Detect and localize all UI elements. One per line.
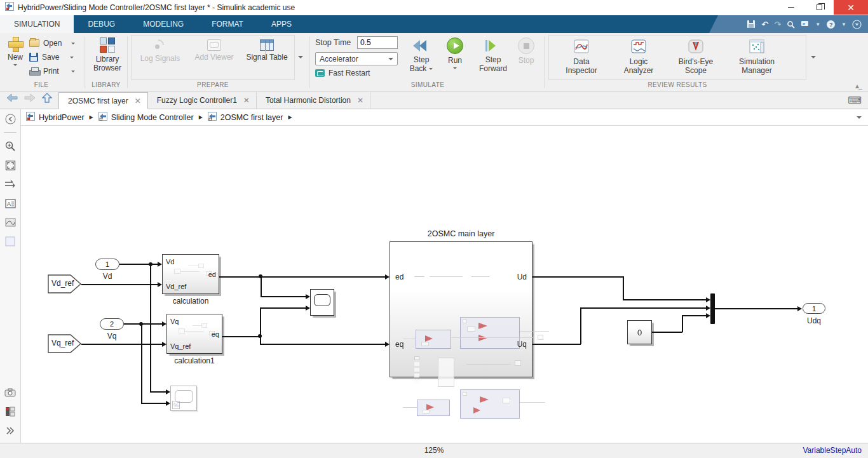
- new-button[interactable]: New: [4, 37, 27, 66]
- calculation1-block[interactable]: Vq Vq_ref eq: [166, 314, 222, 354]
- logic-analyzer-button[interactable]: Logic Analyzer: [613, 39, 664, 75]
- fast-restart-toggle[interactable]: Fast Restart: [315, 69, 370, 77]
- wire[interactable]: [219, 276, 385, 278]
- favorites-icon[interactable]: »: [801, 20, 810, 29]
- mux-block[interactable]: [710, 293, 715, 324]
- doc-tab-fuzzy-logic-controller1[interactable]: Fuzzy Logic Controller1 ✕: [148, 92, 257, 109]
- signal-routing-icon[interactable]: [4, 178, 16, 190]
- breadcrumb-item-2osmc-first-layer[interactable]: 2OSMC first layer: [208, 112, 283, 123]
- inport-block-1[interactable]: 1: [95, 259, 119, 270]
- wire[interactable]: [150, 391, 166, 393]
- expand-panel-icon[interactable]: [4, 425, 16, 436]
- wire[interactable]: [652, 332, 682, 333]
- doc-tab-total-harmonic-distortion[interactable]: Total Harmonic Distortion ✕: [257, 92, 370, 109]
- help-icon[interactable]: ?: [826, 20, 836, 29]
- redo-icon[interactable]: ↷: [774, 20, 781, 29]
- close-button[interactable]: ✕: [834, 0, 868, 15]
- breadcrumb-item-sliding-mode-controller[interactable]: Sliding Mode Controller: [98, 112, 194, 123]
- simulation-mode-select[interactable]: Accelerator: [315, 52, 398, 65]
- collapse-ribbon-icon[interactable]: ▲̲: [854, 83, 860, 90]
- wire[interactable]: [141, 324, 142, 403]
- model-canvas[interactable]: 1 Vd Vd_ref Vd Vd_ref ed calculation 2 V: [21, 126, 868, 443]
- run-button[interactable]: Run: [441, 37, 469, 69]
- vd-ref-tag-block[interactable]: Vd_ref: [48, 274, 82, 293]
- wire[interactable]: [715, 308, 798, 309]
- inport-block-2[interactable]: 2: [100, 318, 124, 330]
- keyboard-icon[interactable]: ⌨: [848, 95, 862, 106]
- tab-simulation[interactable]: SIMULATION: [0, 15, 74, 33]
- vq-ref-tag-block[interactable]: Vq_ref: [48, 334, 82, 353]
- wire[interactable]: [81, 344, 162, 345]
- wire[interactable]: [124, 323, 162, 325]
- favorites-caret-icon[interactable]: ▼: [815, 22, 820, 27]
- wire[interactable]: [682, 315, 706, 316]
- wire[interactable]: [150, 264, 151, 392]
- wire[interactable]: [532, 276, 623, 278]
- up-icon[interactable]: [42, 93, 52, 105]
- zoom-tool-icon[interactable]: [4, 140, 16, 152]
- tab-close-icon[interactable]: ✕: [135, 97, 141, 105]
- birds-eye-scope-button[interactable]: Bird's-Eye Scope: [669, 39, 722, 75]
- search-icon[interactable]: [787, 20, 795, 29]
- 2osmc-main-layer-block[interactable]: ed eq Ud Uq: [390, 241, 532, 377]
- save-icon[interactable]: [747, 20, 756, 29]
- step-forward-button[interactable]: Step Forward: [475, 38, 511, 73]
- wire[interactable]: [623, 276, 624, 300]
- solver-status[interactable]: VariableStepAuto: [803, 446, 862, 455]
- help-caret-icon[interactable]: ▼: [841, 22, 846, 27]
- stop-time-input[interactable]: [357, 36, 398, 49]
- tab-format[interactable]: FORMAT: [198, 15, 257, 33]
- more-options-icon[interactable]: [852, 20, 862, 29]
- fit-to-view-icon[interactable]: [4, 159, 16, 171]
- step-back-button[interactable]: Step Back: [404, 38, 438, 73]
- wire[interactable]: [260, 344, 385, 345]
- forward-icon[interactable]: [24, 93, 36, 105]
- wire[interactable]: [580, 307, 706, 309]
- prepare-expand-caret-icon[interactable]: [298, 56, 303, 58]
- wire[interactable]: [261, 296, 306, 297]
- tab-close-icon[interactable]: ✕: [357, 96, 363, 105]
- signal-table-button[interactable]: Signal Table: [245, 39, 288, 62]
- hide-browser-icon[interactable]: [4, 113, 16, 125]
- wire[interactable]: [260, 307, 306, 309]
- commented-scope-block[interactable]: %: [170, 386, 197, 411]
- wire[interactable]: [532, 344, 581, 345]
- wire[interactable]: [260, 307, 261, 344]
- calculation-block[interactable]: Vd Vd_ref ed: [162, 254, 219, 294]
- save-button[interactable]: Save: [29, 51, 74, 64]
- tab-modeling[interactable]: MODELING: [129, 15, 198, 33]
- add-viewer-button[interactable]: Add Viewer: [191, 39, 237, 62]
- wire[interactable]: [682, 315, 683, 332]
- breadcrumb-caret-icon[interactable]: [857, 116, 862, 119]
- wire[interactable]: [261, 276, 262, 296]
- area-box-icon[interactable]: [4, 236, 16, 247]
- review-expand-caret-icon[interactable]: [811, 56, 816, 58]
- image-icon[interactable]: [4, 217, 16, 228]
- breadcrumb-item-hybridpower[interactable]: HybridPower: [26, 112, 85, 123]
- scope-block[interactable]: [310, 289, 334, 316]
- wire[interactable]: [222, 336, 261, 337]
- undo-icon[interactable]: ↶: [761, 20, 768, 29]
- annotation-icon[interactable]: A: [4, 198, 16, 209]
- stop-button[interactable]: Stop: [512, 37, 540, 65]
- tab-apps[interactable]: APPS: [257, 15, 306, 33]
- outport-block[interactable]: 1: [803, 303, 825, 314]
- back-icon[interactable]: [6, 93, 18, 105]
- open-button[interactable]: Open: [29, 37, 75, 50]
- library-browser-button[interactable]: Library Browser: [89, 37, 126, 72]
- minimize-button[interactable]: [776, 0, 805, 15]
- wire[interactable]: [580, 307, 581, 344]
- data-inspector-button[interactable]: Data Inspector: [556, 39, 607, 75]
- doc-tab-2osmc-first-layer[interactable]: 2OSMC first layer ✕: [58, 92, 148, 109]
- tab-debug[interactable]: DEBUG: [74, 15, 129, 33]
- wire[interactable]: [141, 403, 166, 404]
- wire[interactable]: [623, 299, 706, 300]
- screenshot-camera-icon[interactable]: [4, 387, 16, 398]
- wire[interactable]: [81, 284, 158, 285]
- log-signals-button[interactable]: Log Signals: [137, 39, 183, 63]
- simulation-manager-button[interactable]: Simulation Manager: [728, 39, 786, 75]
- restore-button[interactable]: [805, 0, 834, 15]
- constant-block[interactable]: 0: [627, 320, 652, 344]
- model-browser-icon[interactable]: [4, 406, 16, 417]
- print-button[interactable]: Print: [29, 65, 75, 77]
